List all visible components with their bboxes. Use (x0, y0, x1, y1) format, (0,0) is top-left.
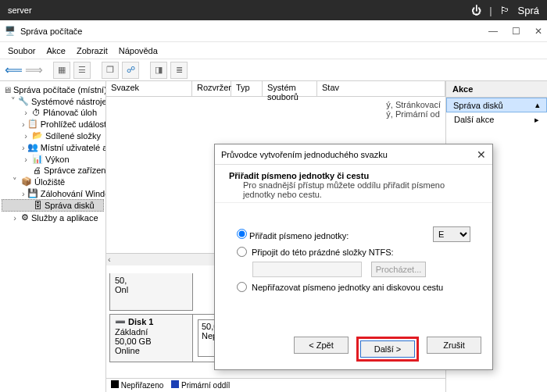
radio2-label: Připojit do této prázdné složky NTFS: (252, 248, 394, 257)
tree-storage[interactable]: ˅📦Úložiště (2, 176, 104, 187)
tb-btn-3[interactable]: ❐ (102, 62, 119, 79)
dialog-caption: Přiřadit písmeno jednotky či cestu (229, 171, 369, 180)
divider: | (489, 5, 492, 16)
maximize-button[interactable]: ☐ (512, 26, 520, 37)
disk0-size: 50, (115, 276, 188, 285)
power-icon[interactable]: ⏻ (471, 5, 481, 16)
disk1-status: Online (115, 346, 188, 355)
ntfs-path-input (252, 262, 362, 277)
tree-shared[interactable]: ›📂Sdílené složky (2, 130, 104, 141)
toolbar: ⟸ ⟹ ▦ ☰ ❐ ☍ ◨ ≣ (0, 59, 547, 81)
server-right: ⏻ | 🏳 Sprá (471, 5, 539, 16)
tree-root[interactable]: 🖥Správa počítače (místní) (2, 84, 104, 95)
nav-fwd-icon[interactable]: ⟹ (25, 62, 42, 79)
window-title: Správa počítače (20, 27, 83, 36)
menu-soubor[interactable]: Soubor (8, 46, 35, 55)
caret-right-icon: ▸ (534, 115, 539, 125)
radio3-label: Nepřiřazovat písmeno jednotky ani diskov… (252, 283, 443, 292)
close-button[interactable]: ✕ (534, 26, 542, 37)
disk1-type: Základní (115, 327, 188, 337)
radio1-label: Přiřadit písmeno jednotky: (249, 231, 349, 241)
menu-zobrazit[interactable]: Zobrazit (77, 46, 108, 55)
tree-sys-tools[interactable]: ˅🔧Systémové nástroje (2, 95, 104, 107)
actions-header: Akce (446, 81, 547, 98)
col-svazek[interactable]: Svazek (106, 81, 192, 96)
tb-btn-6[interactable]: ≣ (170, 62, 188, 79)
tree-users[interactable]: ›👥Místní uživatelé a skupi (2, 141, 104, 153)
next-button[interactable]: Další > (360, 340, 415, 358)
caret-up-icon: ▴ (535, 100, 540, 110)
tree-scheduler[interactable]: ›⏱Plánovač úloh (2, 107, 104, 118)
browse-button: Procházet... (371, 262, 426, 277)
tree-services[interactable]: ›⚙Služby a aplikace (2, 212, 104, 223)
dialog-desc: Pro snadnější přístup můžete oddílu přiř… (229, 180, 478, 199)
actions-more[interactable]: Další akce ▸ (446, 112, 547, 127)
legend: Nepřiřazeno Primární oddíl (106, 378, 445, 392)
server-label: server (8, 5, 32, 15)
vol-list-partial: ý, Stránkovací ý, Primární od (386, 100, 441, 119)
tb-btn-1[interactable]: ▦ (53, 62, 70, 79)
disk1-size: 50,00 GB (115, 337, 188, 346)
dialog-title: Průvodce vytvořením jednoduchého svazku (221, 150, 388, 159)
col-typ[interactable]: Typ (231, 81, 263, 96)
radio-no-assign[interactable] (237, 282, 247, 292)
disk0-status: Onl (115, 285, 188, 294)
flag-icon[interactable]: 🏳 (500, 5, 510, 16)
dialog-close-button[interactable]: ✕ (477, 148, 486, 161)
back-button[interactable]: < Zpět (294, 337, 349, 354)
nav-back-icon[interactable]: ⟸ (5, 62, 22, 79)
radio-assign-letter[interactable] (237, 229, 247, 239)
window-chrome: 🖥️ Správa počítače — ☐ ✕ (0, 20, 547, 42)
server-titlebar: server ⏻ | 🏳 Sprá (0, 0, 547, 20)
wizard-dialog: Průvodce vytvořením jednoduchého svazku … (214, 144, 493, 370)
col-system[interactable]: Systém souborů (263, 81, 317, 96)
tree-devmgr[interactable]: 🖨Správce zařízení (2, 165, 104, 176)
minimize-button[interactable]: — (488, 26, 498, 37)
tree-perf[interactable]: ›📊Výkon (2, 153, 104, 165)
menu-akce[interactable]: Akce (46, 46, 65, 55)
column-headers: Svazek Rozvržení Typ Systém souborů Stav (106, 81, 445, 97)
center-pane: Svazek Rozvržení Typ Systém souborů Stav… (106, 81, 445, 392)
nav-tree: 🖥Správa počítače (místní) ˅🔧Systémové ná… (0, 81, 106, 392)
drive-letter-select[interactable]: E (433, 226, 470, 242)
tree-diskmgmt[interactable]: 🗄Správa disků (2, 199, 104, 212)
app-icon: 🖥️ (5, 26, 16, 36)
menu-napoveda[interactable]: Nápověda (119, 46, 158, 55)
tb-btn-2[interactable]: ☰ (73, 62, 91, 79)
menubar: Soubor Akce Zobrazit Nápověda (0, 42, 547, 59)
radio-mount-ntfs[interactable] (237, 247, 247, 257)
col-stav[interactable]: Stav (317, 81, 445, 96)
tb-btn-5[interactable]: ◨ (150, 62, 167, 79)
cancel-button[interactable]: Zrušit (427, 337, 481, 354)
actions-selected[interactable]: Správa disků ▴ (446, 98, 547, 112)
tree-backup[interactable]: ›💾Zálohování Windows Se (2, 187, 104, 199)
spr-partial: Sprá (518, 5, 539, 16)
col-rozvrzeni[interactable]: Rozvržení (192, 81, 231, 96)
tree-eventviewer[interactable]: ›📋Prohlížeč událostí (2, 118, 104, 130)
tb-btn-4[interactable]: ☍ (122, 62, 139, 79)
